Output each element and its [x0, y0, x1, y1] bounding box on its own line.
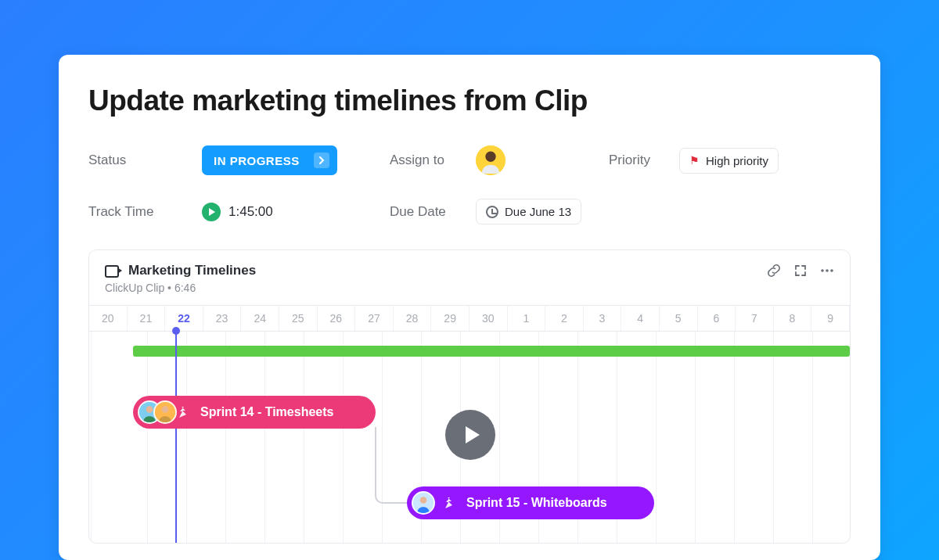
- date-cell[interactable]: 3: [584, 306, 622, 331]
- meta-row-2: Track Time 1:45:00 Due Date Due June 13: [59, 199, 880, 224]
- svg-point-2: [821, 269, 824, 272]
- flag-icon: ⚑: [689, 154, 700, 167]
- clip-panel: Marketing Timelines ClickUp Clip • 6:46 …: [88, 249, 851, 544]
- avatar[interactable]: [153, 400, 177, 424]
- task-avatars: [138, 400, 169, 424]
- priority-value: High priority: [706, 154, 768, 167]
- clip-subtitle: ClickUp Clip • 6:46: [89, 282, 850, 305]
- gantt-chart: 2021222324252627282930123456789 Sprint 1…: [89, 305, 850, 543]
- date-cell[interactable]: 6: [698, 306, 736, 331]
- status-label: Status: [88, 153, 202, 168]
- clip-title: Marketing Timelines: [128, 263, 256, 278]
- priority-button[interactable]: ⚑ High priority: [679, 148, 779, 174]
- date-cell[interactable]: 21: [128, 306, 166, 331]
- svg-point-6: [146, 406, 153, 413]
- svg-point-4: [830, 269, 833, 272]
- track-time-button[interactable]: 1:45:00: [202, 203, 273, 221]
- date-cell[interactable]: 24: [241, 306, 279, 331]
- meta-row-1: Status IN PROGRESS Assign to Priority ⚑ …: [59, 145, 880, 175]
- play-button[interactable]: [445, 410, 495, 460]
- status-value: IN PROGRESS: [214, 154, 300, 167]
- tracktime-label: Track Time: [88, 204, 202, 220]
- task-card: Update marketing timelines from Clip Sta…: [59, 55, 880, 560]
- svg-point-1: [485, 152, 495, 162]
- date-cell[interactable]: 22: [165, 306, 203, 331]
- date-cell[interactable]: 5: [660, 306, 698, 331]
- task-sprint-15[interactable]: Sprint 15 - Whiteboards: [407, 486, 654, 519]
- duedate-button[interactable]: Due June 13: [476, 199, 581, 224]
- date-cell[interactable]: 23: [203, 306, 242, 331]
- expand-icon[interactable]: [793, 264, 808, 278]
- task-sprint-14[interactable]: Sprint 14 - Timesheets: [133, 396, 376, 429]
- date-cell[interactable]: 2: [545, 306, 584, 331]
- video-icon: [105, 265, 121, 276]
- page-title: Update marketing timelines from Clip: [59, 84, 880, 117]
- clock-icon: [486, 206, 498, 218]
- date-cell[interactable]: 8: [774, 306, 812, 331]
- date-cell[interactable]: 7: [736, 306, 774, 331]
- avatar[interactable]: [412, 491, 435, 515]
- date-cell[interactable]: 27: [355, 306, 394, 331]
- gantt-body[interactable]: Sprint 14 - Timesheets Sprint 15 - White…: [89, 332, 850, 543]
- progress-bar[interactable]: [133, 346, 850, 357]
- sprint-icon: [443, 495, 459, 511]
- date-cell[interactable]: 20: [89, 306, 128, 331]
- date-cell[interactable]: 9: [811, 306, 850, 331]
- assignee-avatar[interactable]: [476, 145, 505, 175]
- track-time-value: 1:45:00: [228, 204, 273, 220]
- date-cell[interactable]: 1: [508, 306, 546, 331]
- task-label: Sprint 14 - Timesheets: [200, 405, 333, 419]
- clip-actions: [767, 264, 834, 278]
- date-cell[interactable]: 26: [318, 306, 356, 331]
- date-cell[interactable]: 4: [621, 306, 660, 331]
- svg-point-8: [162, 406, 169, 413]
- date-cell[interactable]: 28: [394, 306, 432, 331]
- duedate-value: Due June 13: [505, 205, 571, 218]
- play-icon: [202, 203, 221, 221]
- date-header: 2021222324252627282930123456789: [89, 306, 850, 332]
- more-icon[interactable]: [820, 264, 834, 278]
- duedate-label: Due Date: [390, 204, 476, 220]
- clip-header: Marketing Timelines: [89, 250, 850, 282]
- date-cell[interactable]: 25: [279, 306, 318, 331]
- task-avatars: [412, 491, 435, 515]
- svg-point-10: [420, 497, 427, 504]
- svg-point-3: [826, 269, 829, 272]
- assign-label: Assign to: [390, 153, 476, 168]
- date-cell[interactable]: 29: [431, 306, 470, 331]
- link-icon[interactable]: [767, 264, 781, 278]
- current-date-line: [175, 330, 177, 543]
- date-cell[interactable]: 30: [470, 306, 508, 331]
- status-button[interactable]: IN PROGRESS: [202, 145, 337, 175]
- priority-label: Priority: [609, 153, 679, 168]
- task-label: Sprint 15 - Whiteboards: [466, 496, 607, 510]
- chevron-right-icon: [314, 153, 329, 168]
- sprint-icon: [177, 404, 192, 420]
